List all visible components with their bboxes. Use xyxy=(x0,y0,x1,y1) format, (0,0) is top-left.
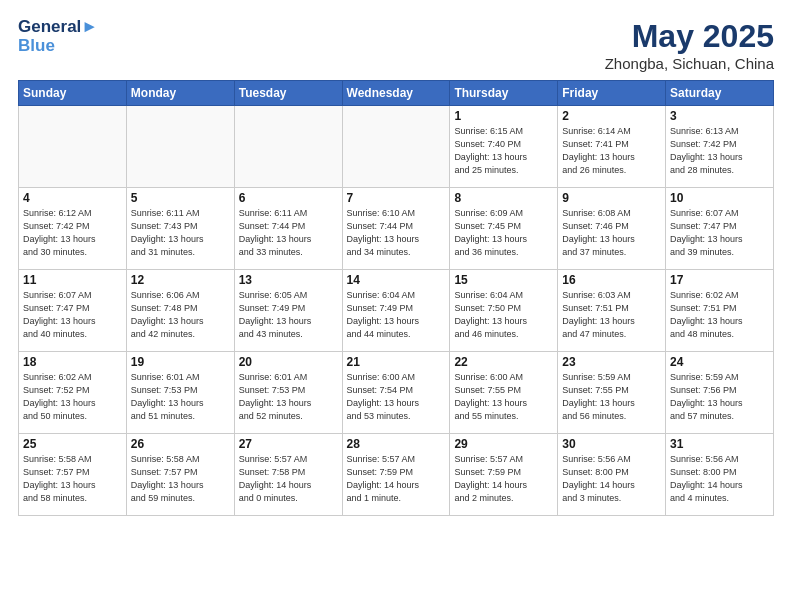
calendar-cell: 26Sunrise: 5:58 AM Sunset: 7:57 PM Dayli… xyxy=(126,434,234,516)
weekday-header-thursday: Thursday xyxy=(450,81,558,106)
calendar-cell: 17Sunrise: 6:02 AM Sunset: 7:51 PM Dayli… xyxy=(666,270,774,352)
day-info: Sunrise: 5:57 AM Sunset: 7:59 PM Dayligh… xyxy=(347,453,446,505)
calendar-cell: 20Sunrise: 6:01 AM Sunset: 7:53 PM Dayli… xyxy=(234,352,342,434)
calendar-table: SundayMondayTuesdayWednesdayThursdayFrid… xyxy=(18,80,774,516)
calendar-cell: 23Sunrise: 5:59 AM Sunset: 7:55 PM Dayli… xyxy=(558,352,666,434)
day-number: 27 xyxy=(239,437,338,451)
day-number: 22 xyxy=(454,355,553,369)
week-row-1: 4Sunrise: 6:12 AM Sunset: 7:42 PM Daylig… xyxy=(19,188,774,270)
weekday-header-friday: Friday xyxy=(558,81,666,106)
day-number: 18 xyxy=(23,355,122,369)
week-row-2: 11Sunrise: 6:07 AM Sunset: 7:47 PM Dayli… xyxy=(19,270,774,352)
day-info: Sunrise: 5:56 AM Sunset: 8:00 PM Dayligh… xyxy=(562,453,661,505)
day-info: Sunrise: 6:07 AM Sunset: 7:47 PM Dayligh… xyxy=(670,207,769,259)
day-info: Sunrise: 6:04 AM Sunset: 7:49 PM Dayligh… xyxy=(347,289,446,341)
calendar-cell: 4Sunrise: 6:12 AM Sunset: 7:42 PM Daylig… xyxy=(19,188,127,270)
calendar-cell xyxy=(342,106,450,188)
day-number: 11 xyxy=(23,273,122,287)
day-info: Sunrise: 6:07 AM Sunset: 7:47 PM Dayligh… xyxy=(23,289,122,341)
day-info: Sunrise: 5:59 AM Sunset: 7:56 PM Dayligh… xyxy=(670,371,769,423)
calendar-cell: 11Sunrise: 6:07 AM Sunset: 7:47 PM Dayli… xyxy=(19,270,127,352)
calendar-cell: 24Sunrise: 5:59 AM Sunset: 7:56 PM Dayli… xyxy=(666,352,774,434)
day-info: Sunrise: 6:08 AM Sunset: 7:46 PM Dayligh… xyxy=(562,207,661,259)
day-number: 1 xyxy=(454,109,553,123)
day-info: Sunrise: 6:00 AM Sunset: 7:54 PM Dayligh… xyxy=(347,371,446,423)
weekday-header-saturday: Saturday xyxy=(666,81,774,106)
day-info: Sunrise: 6:14 AM Sunset: 7:41 PM Dayligh… xyxy=(562,125,661,177)
day-number: 24 xyxy=(670,355,769,369)
calendar-cell: 18Sunrise: 6:02 AM Sunset: 7:52 PM Dayli… xyxy=(19,352,127,434)
calendar-cell: 3Sunrise: 6:13 AM Sunset: 7:42 PM Daylig… xyxy=(666,106,774,188)
header: General► Blue May 2025 Zhongba, Sichuan,… xyxy=(18,18,774,72)
day-number: 4 xyxy=(23,191,122,205)
calendar-cell: 9Sunrise: 6:08 AM Sunset: 7:46 PM Daylig… xyxy=(558,188,666,270)
calendar-cell: 21Sunrise: 6:00 AM Sunset: 7:54 PM Dayli… xyxy=(342,352,450,434)
calendar-cell: 30Sunrise: 5:56 AM Sunset: 8:00 PM Dayli… xyxy=(558,434,666,516)
day-number: 19 xyxy=(131,355,230,369)
day-info: Sunrise: 6:05 AM Sunset: 7:49 PM Dayligh… xyxy=(239,289,338,341)
day-info: Sunrise: 5:56 AM Sunset: 8:00 PM Dayligh… xyxy=(670,453,769,505)
title-block: May 2025 Zhongba, Sichuan, China xyxy=(605,18,774,72)
day-info: Sunrise: 6:09 AM Sunset: 7:45 PM Dayligh… xyxy=(454,207,553,259)
calendar-cell: 8Sunrise: 6:09 AM Sunset: 7:45 PM Daylig… xyxy=(450,188,558,270)
day-info: Sunrise: 6:15 AM Sunset: 7:40 PM Dayligh… xyxy=(454,125,553,177)
day-info: Sunrise: 6:11 AM Sunset: 7:44 PM Dayligh… xyxy=(239,207,338,259)
calendar-cell: 19Sunrise: 6:01 AM Sunset: 7:53 PM Dayli… xyxy=(126,352,234,434)
calendar-cell: 15Sunrise: 6:04 AM Sunset: 7:50 PM Dayli… xyxy=(450,270,558,352)
day-number: 29 xyxy=(454,437,553,451)
calendar-cell: 22Sunrise: 6:00 AM Sunset: 7:55 PM Dayli… xyxy=(450,352,558,434)
day-info: Sunrise: 6:10 AM Sunset: 7:44 PM Dayligh… xyxy=(347,207,446,259)
logo-text: General► xyxy=(18,18,98,37)
day-info: Sunrise: 6:04 AM Sunset: 7:50 PM Dayligh… xyxy=(454,289,553,341)
day-info: Sunrise: 5:58 AM Sunset: 7:57 PM Dayligh… xyxy=(131,453,230,505)
day-info: Sunrise: 5:57 AM Sunset: 7:59 PM Dayligh… xyxy=(454,453,553,505)
day-number: 8 xyxy=(454,191,553,205)
day-info: Sunrise: 6:13 AM Sunset: 7:42 PM Dayligh… xyxy=(670,125,769,177)
day-number: 12 xyxy=(131,273,230,287)
calendar-cell: 28Sunrise: 5:57 AM Sunset: 7:59 PM Dayli… xyxy=(342,434,450,516)
calendar-page: General► Blue May 2025 Zhongba, Sichuan,… xyxy=(0,0,792,612)
page-subtitle: Zhongba, Sichuan, China xyxy=(605,55,774,72)
day-number: 17 xyxy=(670,273,769,287)
day-number: 10 xyxy=(670,191,769,205)
day-number: 16 xyxy=(562,273,661,287)
day-info: Sunrise: 6:03 AM Sunset: 7:51 PM Dayligh… xyxy=(562,289,661,341)
day-number: 7 xyxy=(347,191,446,205)
day-number: 6 xyxy=(239,191,338,205)
weekday-header-wednesday: Wednesday xyxy=(342,81,450,106)
day-number: 20 xyxy=(239,355,338,369)
day-number: 23 xyxy=(562,355,661,369)
calendar-cell: 6Sunrise: 6:11 AM Sunset: 7:44 PM Daylig… xyxy=(234,188,342,270)
weekday-header-row: SundayMondayTuesdayWednesdayThursdayFrid… xyxy=(19,81,774,106)
calendar-cell: 16Sunrise: 6:03 AM Sunset: 7:51 PM Dayli… xyxy=(558,270,666,352)
calendar-cell: 25Sunrise: 5:58 AM Sunset: 7:57 PM Dayli… xyxy=(19,434,127,516)
week-row-4: 25Sunrise: 5:58 AM Sunset: 7:57 PM Dayli… xyxy=(19,434,774,516)
day-info: Sunrise: 6:01 AM Sunset: 7:53 PM Dayligh… xyxy=(131,371,230,423)
calendar-cell: 31Sunrise: 5:56 AM Sunset: 8:00 PM Dayli… xyxy=(666,434,774,516)
calendar-cell xyxy=(19,106,127,188)
day-info: Sunrise: 6:12 AM Sunset: 7:42 PM Dayligh… xyxy=(23,207,122,259)
day-number: 2 xyxy=(562,109,661,123)
calendar-cell: 29Sunrise: 5:57 AM Sunset: 7:59 PM Dayli… xyxy=(450,434,558,516)
day-number: 28 xyxy=(347,437,446,451)
day-number: 13 xyxy=(239,273,338,287)
calendar-cell: 10Sunrise: 6:07 AM Sunset: 7:47 PM Dayli… xyxy=(666,188,774,270)
day-number: 5 xyxy=(131,191,230,205)
week-row-0: 1Sunrise: 6:15 AM Sunset: 7:40 PM Daylig… xyxy=(19,106,774,188)
day-info: Sunrise: 6:11 AM Sunset: 7:43 PM Dayligh… xyxy=(131,207,230,259)
day-info: Sunrise: 5:59 AM Sunset: 7:55 PM Dayligh… xyxy=(562,371,661,423)
day-number: 26 xyxy=(131,437,230,451)
day-number: 9 xyxy=(562,191,661,205)
calendar-cell: 7Sunrise: 6:10 AM Sunset: 7:44 PM Daylig… xyxy=(342,188,450,270)
week-row-3: 18Sunrise: 6:02 AM Sunset: 7:52 PM Dayli… xyxy=(19,352,774,434)
day-info: Sunrise: 5:57 AM Sunset: 7:58 PM Dayligh… xyxy=(239,453,338,505)
calendar-cell: 2Sunrise: 6:14 AM Sunset: 7:41 PM Daylig… xyxy=(558,106,666,188)
logo: General► Blue xyxy=(18,18,98,55)
calendar-cell: 13Sunrise: 6:05 AM Sunset: 7:49 PM Dayli… xyxy=(234,270,342,352)
calendar-cell: 27Sunrise: 5:57 AM Sunset: 7:58 PM Dayli… xyxy=(234,434,342,516)
calendar-cell: 12Sunrise: 6:06 AM Sunset: 7:48 PM Dayli… xyxy=(126,270,234,352)
weekday-header-monday: Monday xyxy=(126,81,234,106)
day-info: Sunrise: 5:58 AM Sunset: 7:57 PM Dayligh… xyxy=(23,453,122,505)
page-title: May 2025 xyxy=(605,18,774,55)
day-number: 15 xyxy=(454,273,553,287)
